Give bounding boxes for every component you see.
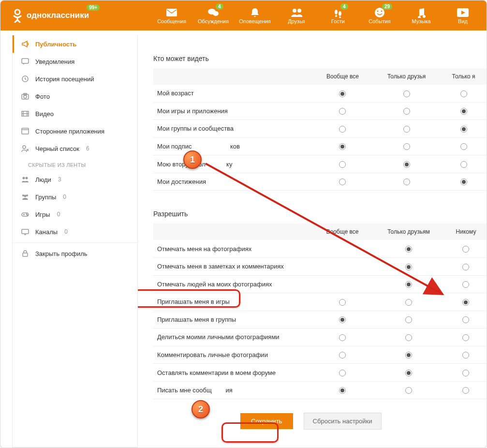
reset-button[interactable]: Сбросить настройки	[304, 413, 382, 430]
radio-cmp-all[interactable]	[339, 352, 346, 358]
radio-ach-all[interactable]	[339, 179, 346, 185]
sidebar-item-people[interactable]: Люди 3	[13, 171, 137, 188]
radio-invg-none[interactable]	[462, 299, 469, 306]
sidebar-item-notifications[interactable]: Уведомления	[13, 53, 137, 70]
radio-invgr-friends[interactable]	[405, 316, 412, 323]
svg-point-22	[23, 177, 25, 179]
nav-music[interactable]: Музыка	[402, 0, 440, 30]
sidebar-item-groups[interactable]: Группы 0	[13, 188, 137, 206]
radio-games-me[interactable]	[460, 108, 467, 115]
svg-point-29	[27, 215, 28, 216]
radio-groups-friends[interactable]	[403, 126, 410, 133]
svg-rect-1	[166, 9, 177, 16]
radio-invgr-none[interactable]	[462, 316, 469, 323]
radio-tagn-friends[interactable]	[405, 264, 412, 270]
svg-point-12	[381, 11, 383, 12]
svg-point-4	[293, 9, 296, 13]
radio-shp-friends[interactable]	[405, 334, 412, 341]
lock-icon	[21, 249, 30, 258]
radio-fc-all[interactable]	[339, 370, 346, 376]
col-all: Вообще все	[313, 68, 372, 85]
history-icon	[21, 75, 30, 83]
megaphone-icon	[21, 40, 30, 48]
nav-messages[interactable]: Сообщения	[153, 0, 191, 30]
svg-point-17	[24, 95, 27, 98]
nav-events[interactable]: 29 События	[361, 0, 398, 30]
sidebar-item-photo[interactable]: Фото	[13, 88, 137, 105]
nav-friends[interactable]: Друзья	[278, 0, 315, 30]
nav-notifications[interactable]: Оповещения	[236, 0, 274, 30]
header-nav: Сообщения 4 Обсуждения Оповещения Друзья…	[153, 0, 482, 30]
radio-tagmp-friends[interactable]	[405, 281, 412, 288]
top-header: одноклассники 99+ Сообщения 4 Обсуждения…	[0, 0, 487, 30]
radio-games-friends[interactable]	[403, 108, 410, 115]
save-button[interactable]: Сохранить	[240, 413, 293, 429]
radio-tagmp-none[interactable]	[462, 281, 469, 288]
sidebar-item-channels[interactable]: Каналы 0	[13, 223, 137, 240]
radio-age-friends[interactable]	[403, 90, 410, 97]
film-icon	[21, 109, 30, 118]
svg-point-21	[23, 146, 26, 149]
radio-games-all[interactable]	[339, 108, 346, 115]
radio-age-all[interactable]	[339, 90, 346, 97]
sidebar-item-apps[interactable]: Сторонние приложения	[13, 122, 137, 140]
radio-invg-friends[interactable]	[405, 299, 412, 306]
radio-ach-me[interactable]	[460, 179, 467, 185]
svg-point-8	[335, 15, 337, 17]
sidebar-item-video[interactable]: Видео	[13, 105, 137, 122]
radio-shp-none[interactable]	[462, 334, 469, 341]
tv-icon	[21, 227, 30, 236]
radio-tagn-none[interactable]	[462, 264, 469, 270]
svg-point-23	[26, 177, 28, 179]
svg-point-3	[213, 11, 219, 16]
row-spouse: Мою вторую пол ку	[153, 155, 487, 173]
row-achievements: Мои достижения	[153, 173, 487, 191]
privacy-table-allow: Вообще все Только друзьям Никому Отмечат…	[153, 224, 487, 399]
sidebar-item-games[interactable]: Игры 0	[13, 206, 137, 223]
radio-cmp-none[interactable]	[462, 352, 469, 358]
radio-groups-all[interactable]	[339, 126, 346, 133]
radio-msg-all[interactable]	[339, 387, 346, 394]
row-invite-groups: Приглашать меня в группы	[153, 311, 487, 329]
callout-step-1: 1	[183, 150, 202, 169]
svg-rect-31	[23, 253, 28, 256]
row-invite-games: Приглашать меня в игры	[153, 293, 487, 311]
radio-shp-all[interactable]	[339, 334, 346, 341]
svg-rect-30	[22, 229, 29, 234]
radio-age-me[interactable]	[460, 90, 467, 97]
radio-fc-none[interactable]	[462, 370, 469, 376]
svg-point-10	[375, 8, 384, 17]
gamepad-icon	[21, 210, 30, 219]
radio-spouse-me[interactable]	[460, 161, 467, 168]
radio-tagp-none[interactable]	[462, 246, 469, 253]
radio-subs-me[interactable]	[460, 143, 467, 150]
radio-tagp-friends[interactable]	[405, 246, 412, 253]
radio-invgr-all[interactable]	[339, 316, 346, 323]
ok-logo-icon	[12, 8, 23, 23]
sidebar-item-publicity[interactable]: Публичность	[13, 35, 137, 53]
nav-video[interactable]: Вид	[444, 0, 482, 30]
row-forum: Оставлять комментарии в моем форуме	[153, 364, 487, 382]
svg-point-7	[339, 11, 341, 16]
radio-cmp-friends[interactable]	[405, 352, 412, 358]
nav-discussions[interactable]: 4 Обсуждения	[194, 0, 232, 30]
radio-invg-all[interactable]	[339, 299, 346, 306]
radio-subs-friends[interactable]	[403, 143, 410, 150]
svg-rect-20	[22, 128, 29, 134]
nav-guests[interactable]: 4 Гости	[319, 0, 357, 30]
sidebar-item-close-profile[interactable]: Закрыть профиль	[13, 245, 137, 262]
radio-spouse-all[interactable]	[339, 161, 346, 168]
radio-subs-all[interactable]	[339, 143, 346, 150]
brand-logo[interactable]: одноклассники 99+	[12, 8, 89, 23]
row-tag-photos: Отмечать меня на фотографиях	[153, 240, 487, 257]
radio-msg-friends[interactable]	[405, 387, 412, 394]
radio-msg-none[interactable]	[462, 387, 469, 394]
svg-point-24	[22, 194, 24, 196]
sidebar-item-history[interactable]: История посещений	[13, 70, 137, 88]
radio-fc-friends[interactable]	[405, 370, 412, 376]
friends-icon	[291, 7, 302, 18]
radio-ach-friends[interactable]	[403, 179, 410, 185]
sidebar-item-blacklist[interactable]: Черный список 6	[13, 140, 137, 157]
radio-groups-me[interactable]	[460, 126, 467, 133]
radio-spouse-friends[interactable]	[403, 161, 410, 168]
